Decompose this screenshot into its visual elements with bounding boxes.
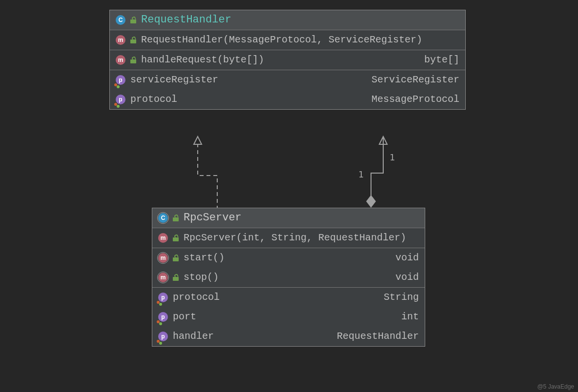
property-icon: p xyxy=(158,332,168,341)
member-type: void xyxy=(395,271,419,284)
member-row: p handler RequestHandler xyxy=(152,327,425,346)
class-icon: C xyxy=(116,15,125,25)
svg-marker-1 xyxy=(379,137,387,144)
class-icon: C xyxy=(158,213,168,223)
open-lock-icon xyxy=(173,235,179,241)
member-type: int xyxy=(401,310,419,324)
watermark: @5 JavaEdge xyxy=(537,383,574,390)
class-header: C RpcServer xyxy=(152,208,425,228)
method-icon: m xyxy=(116,55,125,65)
property-icon: p xyxy=(116,75,125,85)
member-row: m RpcServer(int, String, RequestHandler) xyxy=(152,228,425,248)
member-signature: protocol xyxy=(173,291,220,304)
member-signature: handleRequest(byte[]) xyxy=(141,53,264,67)
member-row: m handleRequest(byte[]) byte[] xyxy=(110,50,465,70)
svg-marker-2 xyxy=(366,195,376,208)
member-row: m RequestHandler(MessageProtocol, Servic… xyxy=(110,30,465,50)
member-signature: RequestHandler(MessageProtocol, ServiceR… xyxy=(141,33,422,47)
cardinality-2: 1 xyxy=(358,169,364,179)
method-icon: m xyxy=(158,273,168,282)
property-icon: p xyxy=(158,312,168,322)
member-type: ServiceRegister xyxy=(372,73,459,87)
open-lock-icon xyxy=(173,255,179,261)
open-lock-icon xyxy=(130,37,136,43)
property-icon: p xyxy=(116,95,125,104)
member-signature: RpcServer(int, String, RequestHandler) xyxy=(184,231,406,245)
svg-marker-0 xyxy=(194,137,202,144)
member-row: m start() void xyxy=(152,248,425,268)
member-row: p serviceRegister ServiceRegister xyxy=(110,70,465,90)
method-icon: m xyxy=(158,253,168,263)
member-row: p protocol String xyxy=(152,287,425,307)
member-signature: protocol xyxy=(130,93,177,106)
open-lock-icon xyxy=(130,57,136,63)
diagram-canvas[interactable]: 1 1 C RequestHandler m RequestHandler(Me… xyxy=(0,0,578,392)
open-lock-icon xyxy=(173,274,179,281)
member-row: m stop() void xyxy=(152,268,425,287)
member-type: String xyxy=(384,291,419,304)
member-signature: handler xyxy=(173,330,214,343)
method-icon: m xyxy=(116,35,125,45)
member-signature: port xyxy=(173,310,196,324)
open-lock-icon xyxy=(173,215,179,221)
member-type: byte[] xyxy=(424,53,459,67)
member-signature: start() xyxy=(184,251,225,265)
class-header: C RequestHandler xyxy=(110,10,465,30)
class-name: RequestHandler xyxy=(141,13,231,27)
member-type: MessageProtocol xyxy=(372,93,459,106)
property-icon: p xyxy=(158,293,168,302)
class-name: RpcServer xyxy=(184,211,242,225)
member-type: RequestHandler xyxy=(337,330,419,343)
member-signature: serviceRegister xyxy=(130,73,218,87)
open-lock-icon xyxy=(130,17,136,23)
class-request-handler[interactable]: C RequestHandler m RequestHandler(Messag… xyxy=(109,10,466,110)
member-row: p protocol MessageProtocol xyxy=(110,90,465,109)
cardinality-1: 1 xyxy=(390,152,395,162)
member-row: p port int xyxy=(152,307,425,327)
member-signature: stop() xyxy=(184,271,219,284)
method-icon: m xyxy=(158,233,168,243)
member-type: void xyxy=(395,251,419,265)
class-rpc-server[interactable]: C RpcServer m RpcServer(int, String, Req… xyxy=(152,208,425,347)
